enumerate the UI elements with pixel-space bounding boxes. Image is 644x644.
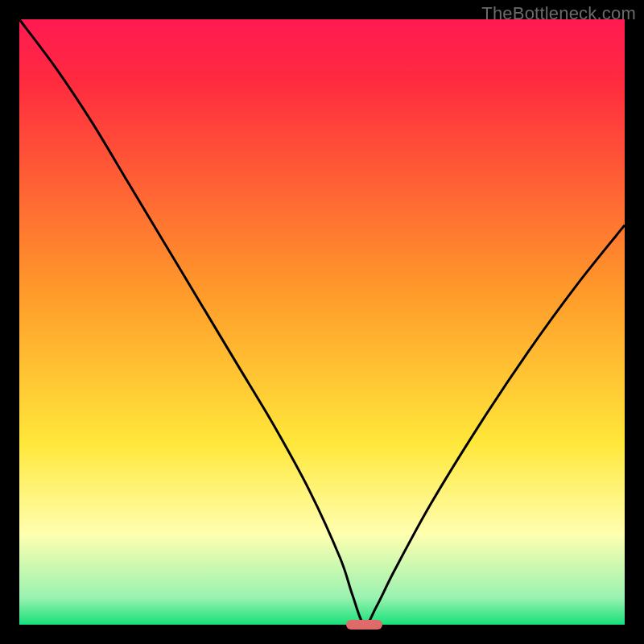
- plot-area: [19, 19, 625, 625]
- bottleneck-curve-path: [19, 19, 625, 625]
- watermark-text: TheBottleneck.com: [481, 3, 636, 24]
- outer-frame: TheBottleneck.com: [0, 0, 644, 644]
- bottleneck-curve: [19, 19, 625, 625]
- balanced-point-marker: [346, 620, 382, 630]
